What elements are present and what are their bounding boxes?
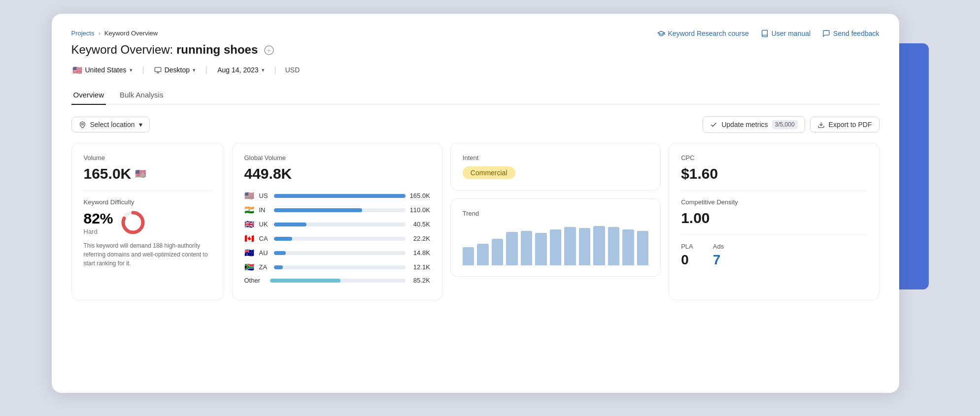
update-metrics-button[interactable]: Update metrics 3/5,000	[703, 116, 805, 133]
date-chevron-icon: ▾	[262, 67, 265, 73]
trend-bar	[521, 231, 532, 265]
book-icon	[761, 30, 769, 37]
volume-value: 165.0K 🇺🇸	[84, 165, 212, 182]
device-filter[interactable]: Desktop ▾	[153, 64, 197, 76]
country-flag: 🇺🇸	[72, 65, 82, 75]
tab-bulk-analysis[interactable]: Bulk Analysis	[118, 87, 165, 105]
trend-bar	[564, 227, 575, 265]
trend-bar	[593, 226, 605, 265]
breadcrumb-current: Keyword Overview	[104, 30, 158, 37]
svg-point-1	[81, 123, 83, 125]
date-label: Aug 14, 2023	[217, 66, 258, 74]
export-label: Export to PDF	[829, 121, 872, 128]
svg-rect-0	[155, 67, 161, 71]
country-val-AU: 14.8K	[409, 249, 430, 256]
graduation-cap-icon	[657, 30, 665, 37]
main-card: Projects › Keyword Overview Keyword Over…	[52, 14, 899, 393]
bar-track-UK	[274, 223, 406, 226]
global-vol-label: Global Volume	[244, 154, 430, 161]
bar-fill-CA	[274, 237, 292, 241]
trend-bar	[535, 233, 546, 265]
ads-value: 7	[713, 252, 724, 268]
bar-fill-ZA	[274, 265, 283, 269]
country-val-ZA: 12.1K	[409, 263, 430, 271]
kd-description: This keyword will demand 188 high-author…	[84, 241, 212, 268]
other-value: 85.2K	[409, 277, 430, 284]
bar-track-IN	[274, 208, 406, 212]
desktop-icon	[154, 66, 162, 74]
bar-fill-US	[274, 194, 406, 198]
country-flag-CA: 🇨🇦	[244, 234, 255, 243]
filter-sep-2: |	[205, 65, 207, 74]
bar-fill-IN	[274, 208, 362, 212]
card-divider-2	[681, 190, 867, 191]
ads-item: Ads 7	[713, 243, 724, 268]
bar-track-AU	[274, 251, 406, 255]
pla-value: 0	[681, 252, 693, 268]
check-icon	[710, 121, 717, 128]
country-code-US: US	[259, 192, 270, 199]
country-flag-AU: 🇦🇺	[244, 248, 255, 257]
breadcrumb-parent[interactable]: Projects	[71, 30, 95, 37]
user-manual-label: User manual	[772, 30, 811, 37]
intent-card: Intent Commercial	[450, 143, 661, 191]
volume-flag: 🇺🇸	[135, 168, 146, 179]
country-code-UK: UK	[259, 221, 270, 228]
country-filter[interactable]: 🇺🇸 United States ▾	[71, 64, 134, 77]
other-bar-track	[270, 279, 406, 283]
breadcrumb: Projects › Keyword Overview	[71, 30, 274, 37]
volume-label: Volume	[84, 154, 212, 161]
device-label: Desktop	[165, 66, 190, 74]
bar-fill-UK	[274, 223, 307, 226]
country-row: 🇦🇺 AU 14.8K	[244, 248, 430, 257]
country-row: 🇺🇸 US 165.0K	[244, 191, 430, 200]
comp-density-label: Competitive Density	[681, 198, 867, 206]
card-divider-1	[84, 190, 212, 191]
pin-icon	[79, 121, 86, 128]
pla-ads-row: PLA 0 Ads 7	[681, 243, 867, 268]
trend-bar	[477, 244, 488, 265]
ads-label: Ads	[713, 243, 724, 250]
keyword-text: running shoes	[176, 43, 258, 56]
device-chevron-icon: ▾	[193, 67, 196, 73]
select-location-button[interactable]: Select location ▾	[71, 117, 150, 132]
date-filter[interactable]: Aug 14, 2023 ▾	[216, 64, 265, 76]
country-row: Other 85.2K	[244, 277, 430, 284]
kd-label: Keyword Difficulty	[84, 198, 212, 206]
title-prefix: Keyword Overview:	[71, 43, 173, 56]
send-feedback-link[interactable]: Send feedback	[822, 30, 879, 37]
toolbar: Select location ▾ Update metrics 3/5,000…	[71, 116, 879, 133]
bar-track-ZA	[274, 265, 406, 269]
bar-track-CA	[274, 237, 406, 241]
keyword-course-link[interactable]: Keyword Research course	[657, 30, 749, 37]
kd-rating: Hard	[84, 228, 113, 235]
tabs: Overview Bulk Analysis	[71, 87, 879, 105]
intent-badge: Commercial	[463, 166, 515, 179]
bar-fill-AU	[274, 251, 286, 255]
card-divider-3	[681, 234, 867, 235]
other-bar-fill	[270, 279, 340, 283]
country-val-US: 165.0K	[409, 192, 430, 199]
tab-overview[interactable]: Overview	[71, 87, 106, 105]
volume-number: 165.0K	[84, 165, 132, 182]
send-feedback-label: Send feedback	[833, 30, 879, 37]
country-row: 🇬🇧 UK 40.5K	[244, 220, 430, 229]
filter-sep-1: |	[142, 65, 144, 74]
pla-item: PLA 0	[681, 243, 693, 268]
kd-value: 82%	[84, 210, 113, 227]
other-label: Other	[244, 277, 266, 284]
country-chevron-icon: ▾	[130, 67, 133, 73]
trend-bar	[492, 239, 503, 265]
country-row: 🇮🇳 IN 110.0K	[244, 205, 430, 215]
trend-bar	[579, 228, 590, 265]
page-title: Keyword Overview: running shoes +	[71, 43, 274, 57]
cpc-card: CPC $1.60 Competitive Density 1.00 PLA 0…	[669, 143, 879, 300]
trend-label: Trend	[463, 210, 648, 217]
add-keyword-icon[interactable]: +	[264, 45, 274, 55]
content-grid: Volume 165.0K 🇺🇸 Keyword Difficulty 82% …	[71, 143, 879, 300]
user-manual-link[interactable]: User manual	[761, 30, 811, 37]
trend-bar	[506, 232, 517, 265]
trend-bar	[463, 247, 474, 265]
header-row: Projects › Keyword Overview Keyword Over…	[71, 30, 879, 57]
export-pdf-button[interactable]: Export to PDF	[810, 117, 879, 132]
